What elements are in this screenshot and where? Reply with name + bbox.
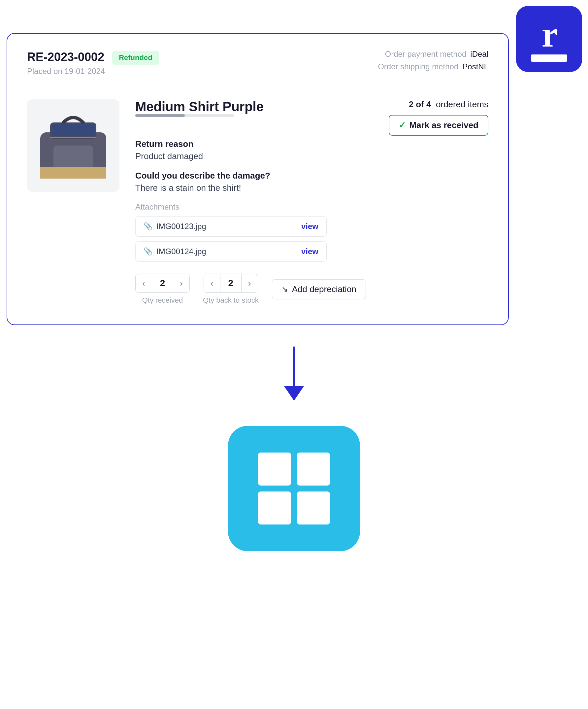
header-methods: Order payment method iDeal Order shippin… xyxy=(378,50,488,71)
svg-rect-6 xyxy=(52,124,95,136)
attachment-name-1: IMG00123.jpg xyxy=(156,222,206,231)
qty-received-value: 2 xyxy=(152,274,173,292)
attachment-row-2: 📎 IMG00124.jpg view xyxy=(135,241,327,262)
ordered-items-suffix: ordered items xyxy=(436,99,488,109)
damage-question: Could you describe the damage? xyxy=(135,170,488,181)
attachment-view-link-1[interactable]: view xyxy=(301,222,318,231)
attachments-label: Attachments xyxy=(135,202,488,212)
logo-bar xyxy=(531,54,567,62)
product-name: Medium Shirt Purple xyxy=(135,99,264,114)
arrow-connector xyxy=(284,347,304,401)
order-info: RE-2023-0002 Refunded Placed on 19-01-20… xyxy=(27,50,159,76)
qty-received-decrement[interactable]: ‹ xyxy=(136,275,152,291)
order-id-row: RE-2023-0002 Refunded xyxy=(27,50,159,65)
shipping-method-label: Order shipping method xyxy=(378,62,458,71)
shipping-method-row: Order shipping method PostNL xyxy=(378,62,488,71)
grid-logo-icon xyxy=(245,439,343,538)
order-date: Placed on 19-01-2024 xyxy=(27,67,159,76)
progress-bar-container xyxy=(135,114,234,117)
bottom-app-logo xyxy=(228,426,360,551)
check-icon: ✓ xyxy=(399,120,406,130)
qty-stock-decrement[interactable]: ‹ xyxy=(204,275,220,291)
product-name-row: Medium Shirt Purple 2 of 4 ordered items… xyxy=(135,99,488,136)
status-badge: Refunded xyxy=(112,51,159,65)
qty-stock-increment[interactable]: › xyxy=(242,275,258,291)
product-details: Medium Shirt Purple 2 of 4 ordered items… xyxy=(135,99,488,305)
svg-rect-3 xyxy=(53,146,93,169)
qty-stock-control: ‹ 2 › Qty back to stock xyxy=(203,273,259,305)
payment-method-label: Order payment method xyxy=(385,50,466,59)
ordered-items-total: 4 xyxy=(426,99,431,109)
depreciation-icon: ↘ xyxy=(282,285,288,294)
product-name-block: Medium Shirt Purple xyxy=(135,99,264,127)
attachment-left-2: 📎 IMG00124.jpg xyxy=(143,247,206,256)
app-logo: r xyxy=(516,6,582,72)
ordered-items-text: 2 of 4 ordered items xyxy=(409,99,488,110)
grid-cell-1 xyxy=(258,452,291,485)
mark-as-received-button[interactable]: ✓ Mark as received xyxy=(389,115,488,136)
product-section: Medium Shirt Purple 2 of 4 ordered items… xyxy=(27,99,488,305)
qty-received-increment[interactable]: › xyxy=(173,275,189,291)
logo-letter: r xyxy=(542,16,557,52)
attachment-row-1: 📎 IMG00123.jpg view xyxy=(135,216,327,237)
arrow-head xyxy=(284,386,304,401)
progress-bar-fill xyxy=(135,114,185,117)
qty-stock-value: 2 xyxy=(220,274,242,292)
bag-illustration xyxy=(34,106,113,185)
paperclip-icon-1: 📎 xyxy=(143,222,153,231)
svg-rect-5 xyxy=(40,167,106,173)
grid-cell-2 xyxy=(297,452,330,485)
placed-date: 19-01-2024 xyxy=(64,67,105,76)
return-reason-label: Return reason xyxy=(135,139,488,149)
grid-cell-4 xyxy=(297,492,330,524)
ordered-items-count: 2 of 4 xyxy=(409,99,431,109)
shipping-method-value: PostNL xyxy=(462,62,488,71)
payment-method-value: iDeal xyxy=(470,50,488,59)
arrow-line xyxy=(293,347,295,386)
payment-method-row: Order payment method iDeal xyxy=(385,50,489,59)
qty-stock-buttons: ‹ 2 › xyxy=(204,273,258,293)
add-depreciation-label: Add depreciation xyxy=(292,284,356,294)
card-header: RE-2023-0002 Refunded Placed on 19-01-20… xyxy=(27,50,488,86)
attachment-view-link-2[interactable]: view xyxy=(301,247,318,256)
product-right: 2 of 4 ordered items ✓ Mark as received xyxy=(389,99,488,136)
mark-received-label: Mark as received xyxy=(409,120,478,130)
qty-section: ‹ 2 › Qty received ‹ 2 › Qty back to sto… xyxy=(135,273,488,305)
attachment-left-1: 📎 IMG00123.jpg xyxy=(143,222,206,231)
qty-received-buttons: ‹ 2 › xyxy=(135,273,190,293)
grid-cell-3 xyxy=(258,492,291,524)
attachment-name-2: IMG00124.jpg xyxy=(156,247,206,256)
qty-stock-label: Qty back to stock xyxy=(203,296,259,305)
add-depreciation-button[interactable]: ↘ Add depreciation xyxy=(272,279,366,299)
order-id: RE-2023-0002 xyxy=(27,50,104,64)
damage-answer: There is a stain on the shirt! xyxy=(135,183,488,193)
placed-on-label: Placed on xyxy=(27,67,62,76)
qty-received-control: ‹ 2 › Qty received xyxy=(135,273,190,305)
main-card: RE-2023-0002 Refunded Placed on 19-01-20… xyxy=(7,33,509,325)
qty-received-label: Qty received xyxy=(142,296,183,305)
product-image xyxy=(27,99,119,192)
return-reason-value: Product damaged xyxy=(135,151,488,161)
paperclip-icon-2: 📎 xyxy=(143,247,153,256)
